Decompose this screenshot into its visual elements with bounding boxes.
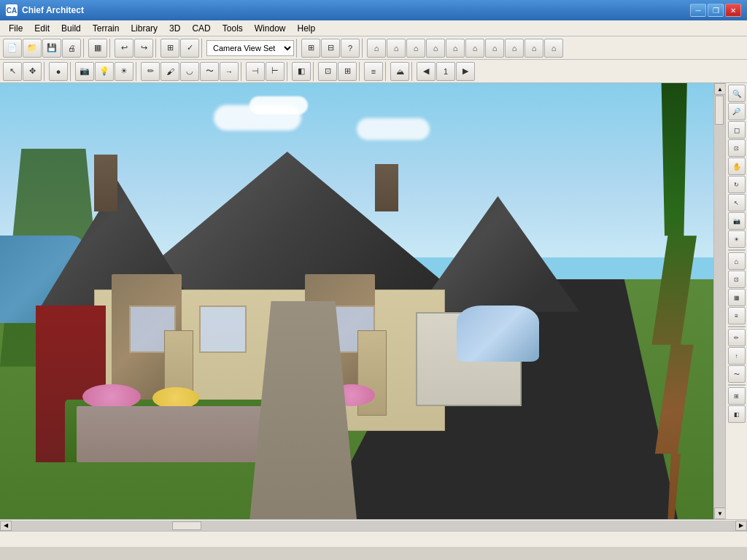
scroll-left-arrow[interactable]: ◀ <box>0 521 12 531</box>
check-button[interactable]: ✓ <box>180 39 199 58</box>
house-icon8[interactable]: ⌂ <box>505 39 524 58</box>
sep8 <box>70 62 73 81</box>
restore-button[interactable]: ❐ <box>708 4 724 17</box>
floor-num: 1 <box>436 62 455 81</box>
arrow-tool[interactable]: → <box>220 62 239 81</box>
help-btn[interactable]: ? <box>341 39 360 58</box>
house-icon6[interactable]: ⌂ <box>465 39 484 58</box>
sep10 <box>241 62 244 81</box>
open-button[interactable]: 📁 <box>23 39 42 58</box>
sep14 <box>385 62 388 81</box>
paint-tool[interactable]: 🖌 <box>160 62 179 81</box>
rt-select[interactable]: ↖ <box>728 194 746 211</box>
window-center-left <box>199 306 246 353</box>
house-icon5[interactable]: ⌂ <box>446 39 465 58</box>
sep1 <box>83 39 86 58</box>
circle-tool[interactable]: ● <box>49 62 68 81</box>
menu-terrain[interactable]: Terrain <box>87 22 125 35</box>
rt-house2[interactable]: ⊡ <box>728 271 746 288</box>
rt-camera2[interactable]: ◧ <box>728 405 746 423</box>
sep15 <box>411 62 414 81</box>
h-scroll-track[interactable] <box>12 521 735 531</box>
light-tool[interactable]: 💡 <box>95 62 114 81</box>
scroll-track[interactable] <box>714 95 725 508</box>
scroll-thumb[interactable] <box>715 96 724 125</box>
nav-back[interactable]: ◀ <box>417 62 436 81</box>
rt-wall[interactable]: ▦ <box>728 289 746 306</box>
menu-build[interactable]: Build <box>55 22 87 35</box>
rt-edit[interactable]: ✏ <box>728 329 746 346</box>
sep9 <box>136 62 139 81</box>
scroll-right-arrow[interactable]: ▶ <box>735 521 747 531</box>
view-btn2[interactable]: ⊟ <box>321 39 340 58</box>
rt-up[interactable]: ↑ <box>728 347 746 365</box>
menu-edit[interactable]: Edit <box>28 22 55 35</box>
undo-button[interactable]: ↩ <box>115 39 133 58</box>
toolbar-main: 📄 📁 💾 🖨 ▦ ↩ ↪ ⊞ ✓ Camera View Set Plan V… <box>0 36 747 60</box>
sep7 <box>44 62 47 81</box>
menu-window[interactable]: Window <box>249 22 292 35</box>
3d-tool[interactable]: ◧ <box>292 62 311 81</box>
close-button[interactable]: ✕ <box>725 4 741 17</box>
dim2-tool[interactable]: ⊢ <box>266 62 285 81</box>
rt-wave[interactable]: 〜 <box>728 365 746 383</box>
rt-orbit[interactable]: ↻ <box>728 176 746 193</box>
menu-library[interactable]: Library <box>125 22 163 35</box>
save-button[interactable]: 💾 <box>42 39 61 58</box>
house-icon4[interactable]: ⌂ <box>426 39 445 58</box>
menu-tools[interactable]: Tools <box>217 22 249 35</box>
rt-hand[interactable]: ✋ <box>728 158 746 175</box>
redo-button[interactable]: ↪ <box>134 39 153 58</box>
rt-grid[interactable]: ⊞ <box>728 387 746 405</box>
scroll-down-arrow[interactable]: ▼ <box>714 508 726 519</box>
scroll-up-arrow[interactable]: ▲ <box>714 83 726 95</box>
rt-sun[interactable]: ☀ <box>728 230 746 248</box>
house-icon10[interactable]: ⌂ <box>544 39 563 58</box>
sun-tool[interactable]: ☀ <box>115 62 133 81</box>
menu-3d[interactable]: 3D <box>163 22 186 35</box>
house-icon7[interactable]: ⌂ <box>485 39 504 58</box>
ref-button[interactable]: ⊞ <box>160 39 179 58</box>
nav-forward[interactable]: ▶ <box>456 62 475 81</box>
house-icon9[interactable]: ⌂ <box>525 39 543 58</box>
house-icon3[interactable]: ⌂ <box>406 39 425 58</box>
measure-tool[interactable]: ⊡ <box>318 62 337 81</box>
arc-tool[interactable]: ◡ <box>180 62 199 81</box>
sep3 <box>155 39 158 58</box>
wave-tool[interactable]: 〜 <box>200 62 219 81</box>
move-tool[interactable]: ✥ <box>23 62 42 81</box>
rt-house[interactable]: ⌂ <box>728 252 746 270</box>
rt-zoom-in[interactable]: 🔍 <box>728 85 746 102</box>
new-button[interactable]: 📄 <box>3 39 22 58</box>
minimize-button[interactable]: ─ <box>690 4 706 17</box>
rt-zoom-extent[interactable]: ⊡ <box>728 139 746 157</box>
vertical-scrollbar[interactable]: ▲ ▼ <box>713 83 725 519</box>
horizontal-scrollbar[interactable]: ◀ ▶ <box>0 519 747 531</box>
measure2-tool[interactable]: ⊞ <box>338 62 357 81</box>
rt-zoom-out[interactable]: 🔎 <box>728 103 746 120</box>
dim-tool[interactable]: ⊣ <box>246 62 265 81</box>
camera-tool[interactable]: 📷 <box>75 62 94 81</box>
sep12 <box>313 62 316 81</box>
menu-file[interactable]: File <box>3 22 28 35</box>
menu-cad[interactable]: CAD <box>186 22 216 35</box>
select-tool[interactable]: ↖ <box>3 62 22 81</box>
canvas-viewport[interactable] <box>0 83 713 519</box>
rt-camera[interactable]: 📷 <box>728 212 746 230</box>
menu-help[interactable]: Help <box>291 22 321 35</box>
view-dropdown[interactable]: Camera View Set Plan View Elevation View <box>206 40 294 56</box>
terrain-tool[interactable]: ⛰ <box>390 62 409 81</box>
template-button[interactable]: ▦ <box>88 39 107 58</box>
stair-tool[interactable]: ≡ <box>364 62 383 81</box>
house-icon1[interactable]: ⌂ <box>367 39 386 58</box>
rt-stair[interactable]: ≡ <box>728 307 746 324</box>
h-scroll-thumb[interactable] <box>172 521 201 530</box>
sep11 <box>287 62 290 81</box>
view-btn1[interactable]: ⊞ <box>301 39 320 58</box>
print-button[interactable]: 🖨 <box>62 39 81 58</box>
house-icon2[interactable]: ⌂ <box>387 39 406 58</box>
rt-separator <box>728 249 746 251</box>
rt-zoom-box[interactable]: ◻ <box>728 121 746 139</box>
draw-tool[interactable]: ✏ <box>141 62 160 81</box>
menu-bar: File Edit Build Terrain Library 3D CAD T… <box>0 20 747 36</box>
